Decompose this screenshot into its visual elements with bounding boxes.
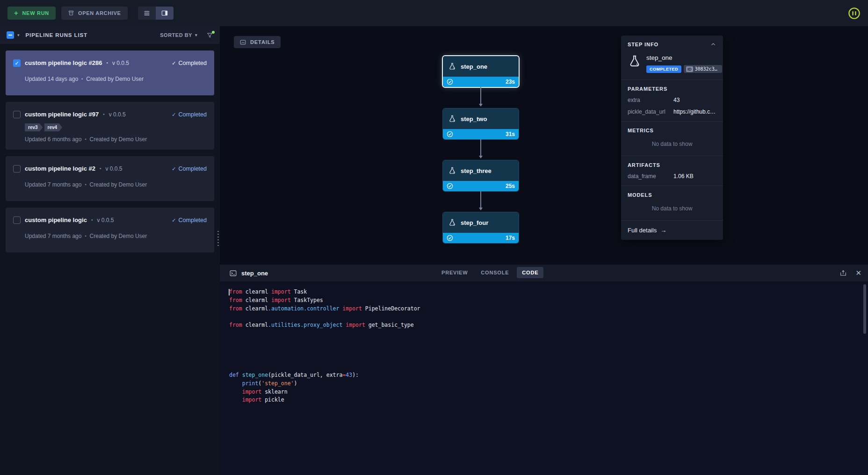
close-icon[interactable]: ✕ xyxy=(855,269,861,277)
code-line xyxy=(229,363,868,371)
sorted-by-label: SORTED BY xyxy=(160,32,192,38)
app-root: + NEW RUN OPEN ARCHIVE xyxy=(0,0,868,475)
code-line: from clearml import TaskTypes xyxy=(229,296,868,305)
node-status-bar: 25s xyxy=(443,181,519,191)
run-status: ✓Completed xyxy=(172,216,207,225)
details-button[interactable]: DETAILS xyxy=(234,36,281,48)
text-cursor xyxy=(229,289,230,295)
kv-row: pickle_data_urlhttps://github.co... xyxy=(628,108,716,115)
run-checkbox[interactable]: ✓ xyxy=(13,59,21,67)
open-in-new-icon[interactable] xyxy=(839,269,847,277)
empty-message: No data to show xyxy=(628,135,716,150)
dag-node-step_three[interactable]: step_three 25s xyxy=(443,160,519,191)
step-info-title: STEP INFO xyxy=(628,42,658,47)
pipeline-canvas[interactable]: step_one 23s step_two 31s step_three 25s… xyxy=(220,26,868,265)
table-view-icon xyxy=(143,9,151,17)
task-id-badge[interactable]: ID 30832c35... xyxy=(684,65,722,73)
dag-edge-arrow xyxy=(480,139,481,158)
dag-node-step_two[interactable]: step_two 31s xyxy=(443,108,519,139)
code-line: def step_one(pickle_data_url, extra=43): xyxy=(229,371,868,380)
split-view-button[interactable] xyxy=(156,7,174,20)
terminal-icon xyxy=(229,269,237,277)
select-all-caret-icon[interactable]: ▾ xyxy=(17,33,20,37)
kv-value: https://github.co... xyxy=(673,108,716,115)
run-card[interactable]: custom pipeline logic #2 • v 0.0.5 ✓Comp… xyxy=(6,156,214,201)
dag-node-step_one[interactable]: step_one 23s xyxy=(443,56,519,87)
flask-icon xyxy=(448,115,456,123)
sort-dropdown[interactable]: SORTED BY ▾ xyxy=(160,32,197,38)
run-title-row: custom pipeline logic #97 • v 0.0.5 ✓Com… xyxy=(13,110,207,119)
run-title: custom pipeline logic #97 xyxy=(25,110,99,119)
run-title-row: custom pipeline logic #2 • v 0.0.5 ✓Comp… xyxy=(13,164,207,173)
run-status: ✓Completed xyxy=(172,58,207,68)
run-tag[interactable]: rev4 xyxy=(44,123,63,131)
run-checkbox[interactable] xyxy=(13,216,21,224)
empty-message: No data to show xyxy=(628,199,716,214)
split-view-icon xyxy=(161,9,168,17)
table-view-button[interactable] xyxy=(138,7,156,20)
run-card[interactable]: ✓ custom pipeline logic #286 • v 0.0.5 ✓… xyxy=(6,50,214,95)
run-card[interactable]: custom pipeline logic #97 • v 0.0.5 ✓Com… xyxy=(6,102,214,150)
step-info-section: METRICSNo data to show xyxy=(621,122,723,156)
code-line xyxy=(229,338,868,346)
separator-dot: • xyxy=(81,77,83,81)
step-info-panel: STEP INFO step_one COMPLETED ID 30832c35… xyxy=(621,36,723,240)
section-label: MODELS xyxy=(628,192,716,198)
node-duration: 17s xyxy=(506,235,515,241)
run-status: ✓Completed xyxy=(172,110,207,119)
chevron-up-icon[interactable] xyxy=(710,41,716,48)
run-checkbox[interactable] xyxy=(13,165,21,173)
node-status-bar: 31s xyxy=(443,129,519,139)
details-icon xyxy=(239,39,246,46)
select-all-checkbox[interactable] xyxy=(7,31,14,39)
separator-dot: • xyxy=(85,182,86,187)
run-card[interactable]: custom pipeline logic • v 0.0.5 ✓Complet… xyxy=(6,208,214,252)
code-scrollbar[interactable] xyxy=(863,284,866,472)
run-tags: rev3rev4 xyxy=(25,123,207,131)
dag-node-step_four[interactable]: step_four 17s xyxy=(443,212,519,243)
kv-key: pickle_data_url xyxy=(628,108,673,115)
node-header: step_one xyxy=(443,56,519,77)
separator-dot: • xyxy=(85,234,86,238)
code-line xyxy=(229,313,868,321)
kv-value: 1.06 KB xyxy=(673,173,716,180)
code-viewer[interactable]: from clearml import Taskfrom clearml imp… xyxy=(220,281,868,475)
tab-console[interactable]: CONSOLE xyxy=(476,267,514,278)
open-archive-button[interactable]: OPEN ARCHIVE xyxy=(61,7,128,20)
node-duration: 23s xyxy=(506,79,515,85)
step-info-section: MODELSNo data to show xyxy=(621,186,723,221)
archive-icon xyxy=(68,10,74,16)
new-run-button[interactable]: + NEW RUN xyxy=(7,7,56,20)
flask-icon xyxy=(448,218,456,227)
tab-code[interactable]: CODE xyxy=(517,267,543,278)
section-label: PARAMETERS xyxy=(628,86,716,92)
separator-dot: • xyxy=(91,216,93,225)
code-line xyxy=(229,330,868,338)
run-status: ✓Completed xyxy=(172,164,207,173)
section-label: ARTIFACTS xyxy=(628,162,716,168)
kv-row: extra43 xyxy=(628,97,716,103)
resources-indicator-icon[interactable] xyxy=(848,7,861,20)
run-meta: Updated 14 days ago•Created by Demo User xyxy=(25,76,207,82)
node-status-bar: 17s xyxy=(443,233,519,243)
code-line: import pickle xyxy=(229,396,868,404)
run-title-row: ✓ custom pipeline logic #286 • v 0.0.5 ✓… xyxy=(13,58,207,68)
run-checkbox[interactable] xyxy=(13,111,21,118)
node-label: step_one xyxy=(461,63,487,70)
code-scrollbar-thumb[interactable] xyxy=(863,284,866,334)
step-info-header: STEP INFO xyxy=(621,36,723,51)
kv-value: 43 xyxy=(673,97,716,103)
run-title: custom pipeline logic #286 xyxy=(25,58,102,68)
runs-list: ✓ custom pipeline logic #286 • v 0.0.5 ✓… xyxy=(0,44,220,259)
node-label: step_three xyxy=(461,167,492,174)
separator-dot: • xyxy=(103,110,105,119)
full-details-link[interactable]: Full details → xyxy=(621,221,723,240)
tab-preview[interactable]: PREVIEW xyxy=(436,267,473,278)
code-line: print('step_one') xyxy=(229,380,868,388)
run-tag[interactable]: rev3 xyxy=(25,123,43,131)
open-archive-label: OPEN ARCHIVE xyxy=(78,10,121,16)
run-version: v 0.0.5 xyxy=(97,216,114,225)
code-line: from clearml.automation.controller impor… xyxy=(229,305,868,313)
filter-icon[interactable] xyxy=(206,32,213,39)
runs-list-title: PIPELINE RUNS LIST xyxy=(26,32,88,38)
